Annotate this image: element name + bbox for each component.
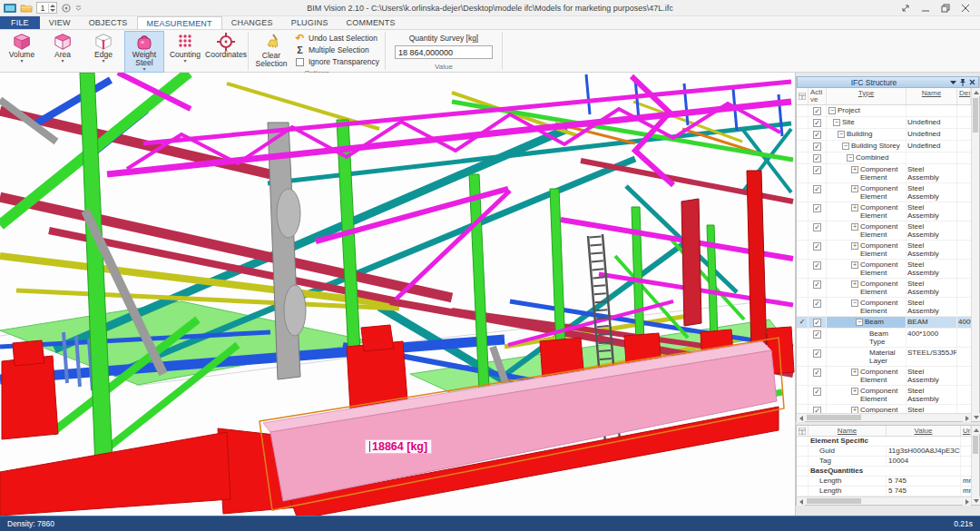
- tree-row[interactable]: ✓+Component ElementSteel Assembly: [797, 260, 971, 279]
- spinner-arrows[interactable]: [48, 4, 56, 13]
- visibility-checkbox[interactable]: ✓: [808, 348, 827, 366]
- minimize-button[interactable]: [916, 2, 935, 15]
- tree-row[interactable]: ✓+Component ElementSteel Assembly: [797, 221, 971, 241]
- visibility-checkbox[interactable]: ✓: [808, 317, 827, 328]
- tree-row[interactable]: ✓+Component ElementSteel Assembly: [797, 164, 971, 183]
- expander-icon[interactable]: −: [838, 131, 845, 138]
- expander-icon[interactable]: +: [851, 369, 858, 376]
- tree-row[interactable]: ✓+Component ElementSteel Assembly: [797, 279, 971, 298]
- tree-row[interactable]: ✓+Component ElementSteel Assembly: [797, 183, 971, 202]
- tree-row[interactable]: ✓Beam Type400*1000: [797, 329, 971, 348]
- ifc-horizontal-scrollbar[interactable]: [797, 413, 971, 421]
- tree-row[interactable]: ✓−Combined: [797, 152, 971, 164]
- tree-row[interactable]: ✓−SiteUndefined: [797, 117, 971, 129]
- expander-icon[interactable]: +: [851, 223, 858, 231]
- tree-row[interactable]: ✓−Component ElementSteel Assembly: [797, 298, 971, 317]
- properties-vertical-scrollbar[interactable]: [971, 426, 979, 505]
- visibility-checkbox[interactable]: ✓: [808, 260, 827, 278]
- visibility-checkbox[interactable]: ✓: [808, 298, 827, 316]
- visibility-checkbox[interactable]: ✓: [808, 183, 827, 202]
- visibility-checkbox[interactable]: ✓: [808, 202, 827, 221]
- ifc-vertical-scrollbar[interactable]: [971, 88, 979, 421]
- edge-button[interactable]: Edge▾: [83, 31, 123, 73]
- column-header-active[interactable]: Active: [808, 88, 827, 104]
- column-header-prop-unit[interactable]: Unit: [961, 426, 971, 436]
- volume-button[interactable]: Volume▾: [2, 31, 42, 73]
- expander-icon[interactable]: +: [851, 185, 858, 192]
- coordinates-button[interactable]: Coordinates: [206, 31, 246, 73]
- tree-row[interactable]: ✓−Project: [797, 105, 971, 117]
- expander-icon[interactable]: +: [851, 242, 858, 250]
- visibility-checkbox[interactable]: ✓: [808, 329, 827, 347]
- expander-icon[interactable]: −: [833, 119, 840, 126]
- expander-icon[interactable]: +: [851, 261, 858, 269]
- property-row[interactable]: Length5 745mm: [797, 477, 971, 487]
- column-header-prop-name[interactable]: Name: [808, 426, 887, 436]
- multiple-selection-item[interactable]: Σ Multiple Selection: [295, 44, 379, 55]
- expander-icon[interactable]: −: [847, 154, 854, 162]
- expander-icon[interactable]: +: [851, 280, 858, 288]
- tree-row[interactable]: ✓+Component ElementSteel Assembly: [797, 241, 971, 260]
- visibility-checkbox[interactable]: ✓: [808, 279, 827, 297]
- visibility-checkbox[interactable]: ✓: [808, 241, 827, 259]
- visibility-checkbox[interactable]: ✓: [808, 221, 827, 240]
- column-header-prop-value[interactable]: Value: [887, 426, 961, 436]
- close-button[interactable]: [956, 2, 975, 15]
- expander-icon[interactable]: +: [851, 407, 858, 413]
- close-panel-icon[interactable]: [969, 78, 975, 86]
- visibility-checkbox[interactable]: ✓: [808, 386, 827, 404]
- undo-last-selection-item[interactable]: ↶ Undo Last Selection: [295, 33, 379, 44]
- tab-objects[interactable]: OBJECTS: [80, 16, 137, 29]
- panel-menu-icon[interactable]: [950, 78, 956, 86]
- visibility-checkbox[interactable]: ✓: [808, 152, 827, 163]
- visibility-checkbox[interactable]: ✓: [808, 117, 827, 128]
- property-group-row[interactable]: Element Specific: [797, 437, 971, 447]
- expander-icon[interactable]: +: [851, 388, 858, 395]
- tree-row[interactable]: ✓+Component ElementSteel Assembly: [797, 386, 971, 405]
- area-button[interactable]: Area▾: [43, 31, 83, 73]
- tab-file[interactable]: FILE: [0, 16, 40, 29]
- expander-icon[interactable]: −: [828, 107, 836, 114]
- visibility-checkbox[interactable]: ✓: [808, 105, 827, 116]
- tab-comments[interactable]: COMMENTS: [338, 16, 405, 29]
- column-header-type[interactable]: Type: [827, 88, 906, 104]
- visibility-checkbox[interactable]: ✓: [808, 164, 827, 182]
- tab-measurement[interactable]: MEASUREMENT: [137, 16, 222, 29]
- tree-row[interactable]: ✓+Component ElementSteel Assembly: [797, 367, 971, 386]
- property-row[interactable]: Tag10004: [797, 457, 971, 467]
- visibility-checkbox[interactable]: ✓: [808, 141, 827, 152]
- tree-row[interactable]: ✓+Component ElementSteel Assembly: [797, 405, 971, 413]
- view-mode-icon[interactable]: [61, 2, 72, 15]
- expander-icon[interactable]: −: [856, 319, 863, 326]
- view-number-spinner[interactable]: 1: [36, 2, 57, 14]
- fit-window-button[interactable]: [897, 2, 915, 15]
- tree-row[interactable]: ✓−Building StoreyUndefined: [797, 141, 971, 152]
- visibility-checkbox[interactable]: ✓: [808, 405, 827, 413]
- open-folder-icon[interactable]: [20, 2, 33, 15]
- property-row[interactable]: Length5 745mm: [797, 487, 971, 497]
- tree-row[interactable]: ✓+Component ElementSteel Assembly: [797, 202, 971, 221]
- expander-icon[interactable]: +: [851, 204, 858, 211]
- restore-button[interactable]: [936, 2, 955, 15]
- ignore-transparency-item[interactable]: Ignore Transparency: [295, 56, 379, 67]
- expander-icon[interactable]: +: [851, 166, 858, 173]
- property-row[interactable]: Guid11g3sH000A8J4pE3CHDJ5r: [797, 447, 971, 457]
- tree-row[interactable]: ✓Material LayerSTEEL/S355JR: [797, 348, 971, 367]
- tree-row[interactable]: ✓✓−BeamBEAM400*1000: [797, 317, 971, 329]
- expander-icon[interactable]: −: [842, 143, 849, 150]
- clear-selection-button[interactable]: Clear Selection: [250, 31, 292, 68]
- quantity-survey-input[interactable]: [395, 45, 493, 59]
- counting-button[interactable]: Counting▾: [165, 31, 205, 73]
- tab-changes[interactable]: CHANGES: [222, 16, 282, 29]
- 3d-viewport[interactable]: 18864 [kg]: [0, 73, 796, 516]
- expander-icon[interactable]: −: [851, 300, 858, 307]
- ignore-transparency-checkbox[interactable]: [295, 58, 305, 66]
- property-group-row[interactable]: BaseQuantities: [797, 467, 971, 477]
- column-header-desc[interactable]: Des: [957, 88, 971, 104]
- visibility-checkbox[interactable]: ✓: [808, 129, 827, 140]
- tab-view[interactable]: VIEW: [40, 16, 80, 29]
- tab-plugins[interactable]: PLUGINS: [282, 16, 338, 29]
- column-header-name[interactable]: Name: [906, 88, 957, 104]
- qat-dropdown-icon[interactable]: [75, 2, 82, 15]
- properties-horizontal-scrollbar[interactable]: [797, 497, 971, 505]
